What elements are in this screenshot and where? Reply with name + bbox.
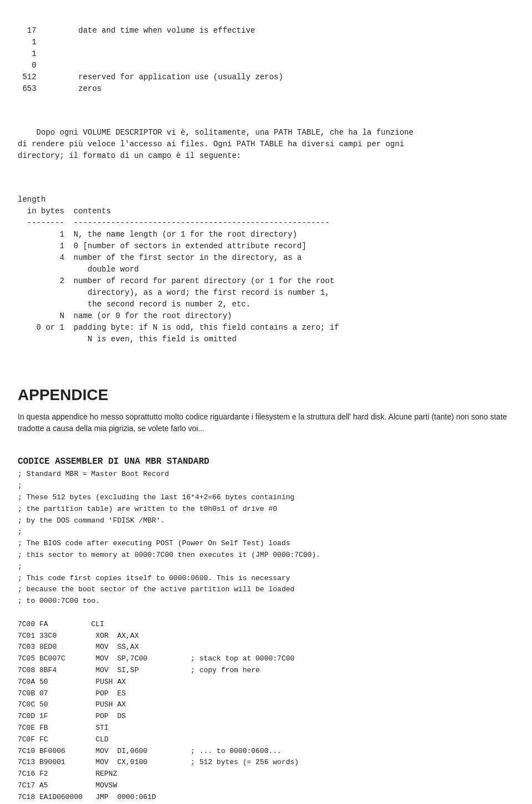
- path-table-section: length in bytes contents -------- ------…: [18, 182, 514, 357]
- length-header: length in bytes contents -------- ------…: [18, 195, 339, 344]
- appendice-intro: In questa appendice ho messo soprattutto…: [18, 411, 514, 434]
- page-content: 17 date and time when volume is effectiv…: [18, 13, 514, 804]
- row-17: 17 date and time when volume is effectiv…: [18, 26, 283, 93]
- asm-code: 7C00 FA CLI 7C01 33C0 XOR AX,AX 7C03 8ED…: [18, 620, 299, 804]
- codice-comment-lines: ; Standard MBR = Master Boot Record ; ; …: [18, 470, 320, 605]
- codice-heading: CODICE ASSEMBLER DI UNA MBR STANDARD: [18, 457, 209, 467]
- top-table: 17 date and time when volume is effectiv…: [18, 13, 514, 106]
- codice-section: CODICE ASSEMBLER DI UNA MBR STANDARD ; S…: [18, 443, 514, 804]
- intro-paragraph: Dopo ogni VOLUME DESCRIPTOR vi è, solita…: [18, 115, 514, 173]
- appendice-title: APPENDICE: [18, 383, 514, 407]
